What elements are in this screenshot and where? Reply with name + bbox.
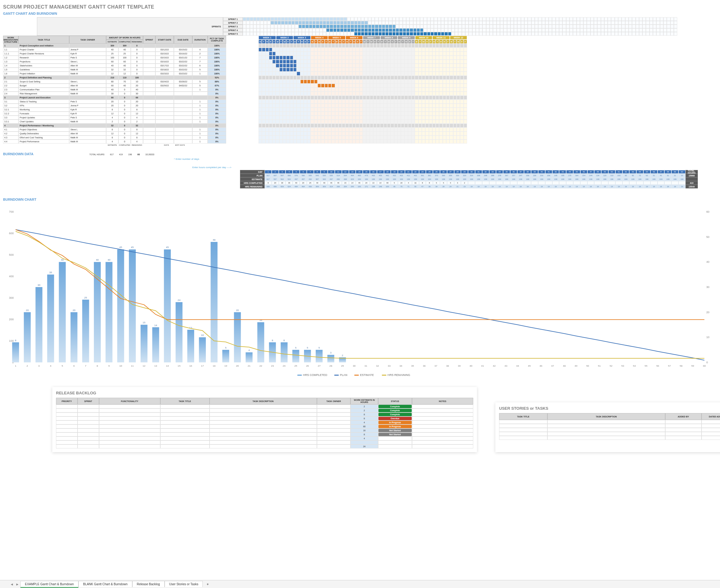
table-row[interactable]: 4.3Effort and Cost TrackingMalik M80810% xyxy=(3,135,258,140)
table-row[interactable]: 1.6Project InitiationMalik M1212003/23/2… xyxy=(3,71,258,76)
burndown-cell: 19 xyxy=(608,185,615,188)
burndown-cell: 19 xyxy=(566,185,573,188)
table-row[interactable]: 2.3Communication PlanMalik M4004010% xyxy=(3,88,258,91)
burndown-cell: 5 xyxy=(293,170,300,174)
burndown-cell xyxy=(594,181,601,185)
table-row[interactable]: 4Project Performance / Monitoring320320% xyxy=(3,124,258,128)
svg-text:20: 20 xyxy=(706,311,709,314)
svg-text:5: 5 xyxy=(225,346,226,349)
day-header: W xyxy=(300,40,304,44)
table-row[interactable]: 4.4Project PerformanceMalik M40410% xyxy=(3,140,258,144)
burndown-cell: 39 xyxy=(426,185,433,188)
table-row[interactable]: 3Project Launch and Execution660660% xyxy=(3,96,258,100)
burndown-data-title: BURNDOWN DATA xyxy=(3,152,34,156)
table-row[interactable]: 1.2ResearchPete S100100003/15/2203/21/22… xyxy=(3,56,258,60)
svg-text:10: 10 xyxy=(706,336,709,339)
table-row[interactable]: 3.1Status & TrackingPete S2002010% xyxy=(3,100,258,104)
burndown-cell: 48 xyxy=(594,170,601,174)
table-row[interactable]: 1.4StakeholdersAllen W4040003/17/2203/22… xyxy=(3,64,258,68)
backlog-row[interactable]: 8Overdue xyxy=(56,417,473,420)
day-header: M xyxy=(398,40,401,44)
burndown-cell: 40 xyxy=(314,181,321,185)
backlog-row[interactable]: 4 xyxy=(56,437,473,440)
burndown-cell: 71 xyxy=(405,185,412,188)
stories-row[interactable] xyxy=(499,424,720,428)
backlog-row[interactable]: 24 xyxy=(56,444,473,448)
day-header: F xyxy=(446,40,449,44)
table-row[interactable]: 3.2.2ForecastsKyle R1201210% xyxy=(3,111,258,115)
backlog-col: TASK DESCRIPTION xyxy=(209,398,317,404)
table-row[interactable]: 1Project Conception and Initiation309309… xyxy=(3,44,258,48)
burndown-cell: 19 xyxy=(664,185,672,188)
day-header: T xyxy=(453,40,457,44)
burndown-cell: 19 xyxy=(580,185,587,188)
table-row[interactable]: 2.1Scope & Goal SettingSteve L80701003/2… xyxy=(3,80,258,84)
stories-row[interactable] xyxy=(499,420,720,424)
table-row[interactable]: 3.3.1Chart UpdatesMalik M20210% xyxy=(3,120,258,124)
table-row[interactable]: 2.4Risk ManagementMalik M300300% xyxy=(3,91,258,96)
backlog-row[interactable]: 2Complete xyxy=(56,404,473,408)
table-row[interactable]: 1.1.1Project Charter RevisionsKyle R2525… xyxy=(3,51,258,56)
burndown-cell xyxy=(517,181,524,185)
backlog-row[interactable]: 16Not Started xyxy=(56,428,473,433)
burndown-cell: 199 xyxy=(545,177,552,181)
burndown-cell: 226 xyxy=(531,174,538,177)
burndown-cell: 35 xyxy=(503,170,510,174)
table-row[interactable]: 1.3ProjectionsSteve L6060003/16/2203/22/… xyxy=(3,60,258,64)
burndown-cell: 57 xyxy=(658,170,665,174)
stories-row[interactable] xyxy=(499,432,720,436)
burndown-cell: 199 xyxy=(405,177,412,181)
burndown-cell: 199 xyxy=(433,177,440,181)
burndown-cell: 199 xyxy=(454,177,461,181)
svg-text:38: 38 xyxy=(446,364,449,367)
backlog-col: TASK TITLE xyxy=(160,398,209,404)
table-row[interactable]: 2.2BudgetAllen W60402003/29/2204/02/2256… xyxy=(3,84,258,88)
backlog-row[interactable]: 2Complete xyxy=(56,408,473,413)
burndown-cell: 442 xyxy=(384,174,391,177)
backlog-row[interactable]: 8Complete xyxy=(56,413,473,417)
table-row[interactable]: 2Project Definition and Planning21011010… xyxy=(3,76,258,80)
table-row[interactable]: 3.2KPIsJenna P2002010% xyxy=(3,104,258,108)
svg-text:55: 55 xyxy=(645,364,648,367)
burndown-cell xyxy=(496,181,503,185)
burndown-cell: 19 xyxy=(503,185,510,188)
svg-rect-121 xyxy=(281,342,287,362)
svg-text:200: 200 xyxy=(9,318,14,321)
stories-row[interactable] xyxy=(499,428,720,432)
burndown-cell: 19 xyxy=(643,185,651,188)
table-row[interactable]: 1.5GuidelinesMalik M3232003/18/2203/22/2… xyxy=(3,68,258,71)
table-row[interactable]: 1.1Project CharterJenna P4040003/12/2203… xyxy=(3,48,258,51)
col-dur: DURATION xyxy=(192,36,208,44)
burndown-cell: 199 xyxy=(552,177,559,181)
burndown-cell: 432 xyxy=(307,177,314,181)
backlog-row[interactable]: 8Not Started xyxy=(56,433,473,437)
table-row[interactable]: 4.2Quality DeliverablesAllen W1201210% xyxy=(3,131,258,135)
table-row[interactable]: 3.2.1MonitoringKyle R80810% xyxy=(3,108,258,111)
backlog-row[interactable]: 4In Progress xyxy=(56,420,473,424)
table-row[interactable]: 4.1Project ObjectivesSteve L80810% xyxy=(3,128,258,131)
week-header: WEEK 11 xyxy=(432,36,450,40)
backlog-title: RELEASE BACKLOG xyxy=(56,391,473,395)
table-row[interactable]: 3.3Project UpdatesPete S40410% xyxy=(3,115,258,120)
backlog-col: NOTES xyxy=(412,398,473,404)
backlog-row[interactable] xyxy=(56,440,473,444)
svg-text:7: 7 xyxy=(85,364,86,367)
stories-row[interactable] xyxy=(499,436,720,440)
svg-text:45: 45 xyxy=(131,246,134,249)
burndown-cell: 19 xyxy=(489,185,496,188)
burndown-cell: 199 xyxy=(587,177,595,181)
page-title: SCRUM PROJECT MANAGEMENT GANTT CHART TEM… xyxy=(3,4,717,10)
day-header: M xyxy=(449,40,453,44)
burndown-cell: 8 xyxy=(314,170,321,174)
burndown-cell: 19 xyxy=(552,185,559,188)
burndown-cell: 5 xyxy=(391,181,398,185)
burndown-cell: 199 xyxy=(356,177,363,181)
svg-text:20: 20 xyxy=(236,364,239,367)
day-header: R xyxy=(304,40,307,44)
backlog-row[interactable]: 80In Progress xyxy=(56,424,473,428)
svg-text:300: 300 xyxy=(9,296,14,299)
burndown-cell: 29 xyxy=(440,185,447,188)
burndown-cell: 19 xyxy=(678,185,685,188)
burndown-cell: 19 xyxy=(601,185,608,188)
burndown-cell: 206 xyxy=(545,174,552,177)
